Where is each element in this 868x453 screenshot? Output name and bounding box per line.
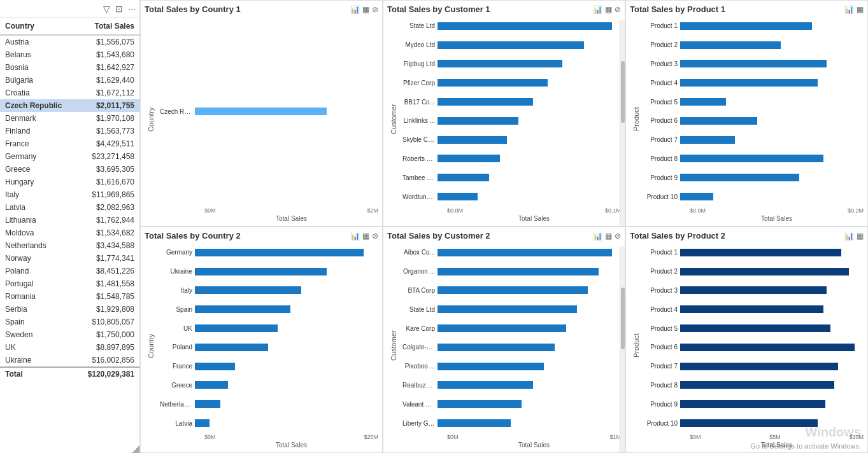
bar-container [195,249,378,256]
bar-label: Valeant C... [402,401,438,408]
charts-panel: Total Sales by Country 1 📊 ▦ ⊘ Country C… [140,0,868,453]
bar [438,305,577,313]
chart-cust2-icon-1[interactable]: 📊 [593,232,602,240]
sales-cell: $1,929,808 [75,303,139,316]
chart-c2-icon-2[interactable]: ▦ [362,232,369,240]
bar-chart-icon[interactable]: 📊 [350,5,360,14]
bar-container [680,419,864,427]
bar-row: Latvia [160,418,378,428]
chart-customer-2-xaxis-label: Total Sales [447,442,621,449]
total-sales-column-header: Total Sales [75,18,139,35]
block-icon[interactable]: ⊘ [372,5,378,14]
country-cell: Romania [0,290,75,303]
table-row: Croatia $1,672,112 [0,87,139,99]
chart-country-1-header: Total Sales by Country 1 📊 ▦ ⊘ [145,4,378,14]
bar-label: Product 8 [645,155,680,162]
bar-container [438,117,621,125]
chart-c2-icon-1[interactable]: 📊 [350,232,360,240]
bar-row: Product 10 [645,418,864,428]
chart-prod2-icon-2[interactable]: ▦ [857,232,864,240]
country-cell: Finland [0,125,75,137]
bar-label: Product 3 [645,60,680,67]
bar-row: Linklinks ... [402,116,621,126]
bar-container [195,400,378,408]
country-cell: Ukraine [0,354,75,367]
country-sales-table: Country Total Sales Austria $1,556,075 B… [0,18,139,453]
bar-row: Aibox Co... [402,247,621,258]
bar-label: Linklinks ... [402,117,438,124]
bar-container [195,419,378,427]
bar-label: BB17 Co... [402,99,438,106]
table-row: Austria $1,556,075 [0,35,139,48]
chart-product-icon-1[interactable]: 📊 [844,5,854,14]
bar [195,344,268,351]
bars-container-customer2: Aibox Co...Organon ...BTA CorpState LtdK… [400,243,621,433]
bar [438,324,566,332]
sales-cell: $1,642,927 [75,61,139,74]
filter-icon[interactable]: ▽ [103,4,110,14]
bar-row: Wordtune... [402,192,621,202]
bar-row: Flipbug Ltd [402,59,621,69]
chart-country-2-title: Total Sales by Country 2 [145,231,241,240]
bar [680,249,841,256]
panel-resizer[interactable] [132,445,139,453]
bar-row: Roberts C... [402,153,621,164]
chart-icon-3[interactable]: ⊘ [615,5,621,14]
chart-icon-2[interactable]: ▦ [605,5,612,14]
bar-label: Colgate-P... [402,344,438,351]
bar-row: Pixoboo ... [402,361,621,372]
bar-row: Realbuzz ... [402,380,621,390]
bar-row: Colgate-P... [402,342,621,352]
bar-label: Liberty Gr... [402,420,438,427]
chart-cust2-icon-3[interactable]: ⊘ [615,232,621,240]
expand-icon[interactable]: ⊡ [115,4,123,14]
chart-country-1-xaxis-ticks: $0M $2M [204,206,378,214]
chart-product-icon-2[interactable]: ▦ [857,5,864,14]
bars-container-product2: Product 1Product 2Product 3Product 4Prod… [643,243,864,433]
bar [680,419,818,427]
chart-prod2-icon-1[interactable]: 📊 [844,232,854,240]
bar [438,22,612,30]
bar [438,41,584,49]
bar-container [438,344,621,351]
total-value: $120,029,381 [75,367,139,380]
bar-container [680,324,864,332]
bar-container [680,136,864,144]
country-cell: Hungary [0,176,75,188]
chart-icon-1[interactable]: 📊 [593,5,602,14]
chart-c2-icon-3[interactable]: ⊘ [372,232,378,240]
bar-label: Italy [160,287,195,294]
table-row: Sweden $1,750,000 [0,328,139,341]
sales-cell: $1,616,670 [75,176,139,188]
bar [438,363,544,370]
bar-label: BTA Corp [402,287,438,294]
scrollbar-customer1[interactable] [620,20,625,226]
bar-label: Pixoboo ... [402,363,438,370]
country-cell: Netherlands [0,239,75,252]
chart-product-2-xaxis-ticks: $0M $5M $10M [690,433,864,440]
country-cell: Italy [0,188,75,201]
scrollbar-thumb-customer1 [621,61,625,123]
bar-row: Product 10 [645,192,864,202]
bar-row: Product 2 [645,40,864,50]
bar-chart-alt-icon[interactable]: ▦ [362,5,369,14]
bar-container [680,344,864,351]
bar-label: Product 1 [645,22,680,29]
bar-row: Greece [160,380,378,390]
sales-cell: $1,481,558 [75,277,139,290]
chart-customer-2-xaxis-ticks: $0M $1M [447,433,621,440]
bar-container [438,136,621,144]
bar-row: State Ltd [402,21,621,31]
country-cell: Sweden [0,328,75,341]
sales-cell: $3,695,305 [75,163,139,176]
bar [438,193,478,200]
more-icon[interactable]: ··· [128,4,136,14]
chart-cust2-icon-2[interactable]: ▦ [605,232,612,240]
chart-product-1-yaxis: Product [630,17,643,222]
chart-customer-2-yaxis: Customer [387,243,400,449]
scrollbar-customer2[interactable] [620,246,625,452]
chart-product-1-content: Product 1Product 2Product 3Product 4Prod… [643,17,864,222]
sales-cell: $4,429,511 [75,137,139,150]
country-cell: Bosnia [0,61,75,74]
bar [680,363,838,370]
